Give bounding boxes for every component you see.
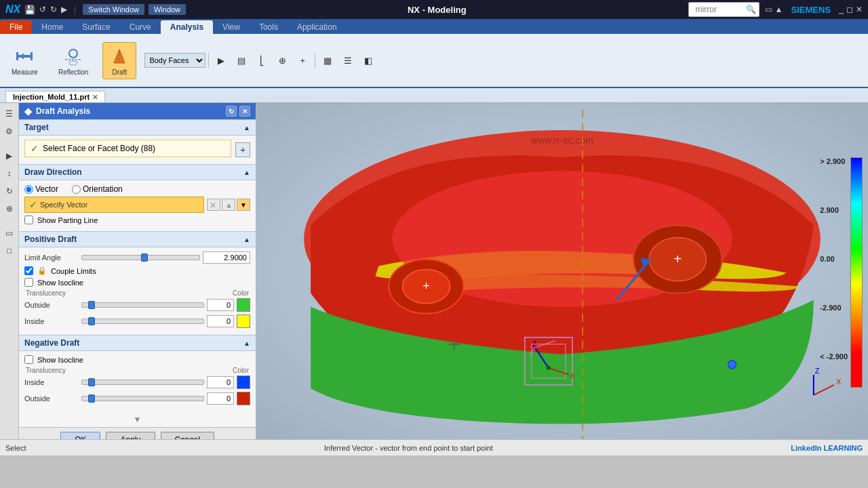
dialog-footer: OK Apply Cancel xyxy=(19,427,256,439)
sidebar-pan-btn[interactable]: ↕ xyxy=(1,165,18,182)
scroll-down-btn[interactable]: ▼ xyxy=(19,412,256,427)
toolbar-cursor-btn[interactable]: ▶ xyxy=(212,51,231,70)
title-bar-right: 🔍 ▭ ▲ SIEMENS ⎯ ◻ ✕ xyxy=(688,2,863,17)
outside-neg-color[interactable] xyxy=(237,392,250,405)
inside-neg-slider[interactable] xyxy=(81,380,204,385)
orientation-radio[interactable] xyxy=(72,185,81,194)
show-isocline-neg-checkbox[interactable] xyxy=(24,355,33,364)
tab-application[interactable]: Application xyxy=(288,20,347,34)
scale-v2: 2.900 xyxy=(820,206,848,214)
vector-radio[interactable] xyxy=(24,185,33,194)
min-btn[interactable]: ⎯ xyxy=(839,5,844,14)
specify-check-icon: ✓ xyxy=(29,199,37,210)
dialog-title-text: Draft Analysis xyxy=(36,106,90,116)
tab-home[interactable]: Home xyxy=(32,20,73,34)
sidebar-select-btn[interactable]: ▶ xyxy=(1,148,18,164)
nx-logo: NX xyxy=(5,3,20,16)
tab-tools[interactable]: Tools xyxy=(250,20,288,34)
negative-draft-label: Negative Draft xyxy=(24,338,79,348)
vector-icon-2[interactable]: ▵ xyxy=(222,199,235,211)
outside-pos-color[interactable] xyxy=(237,298,250,312)
show-isocline-neg-row: Show Isocline xyxy=(24,355,250,364)
search-icon[interactable]: 🔍 xyxy=(746,5,756,14)
dialog-close-btn[interactable]: ✕ xyxy=(239,106,250,117)
tab-curve[interactable]: Curve xyxy=(120,20,161,34)
limit-angle-input[interactable] xyxy=(203,251,250,264)
ribbon-measure-btn[interactable]: Measure xyxy=(5,42,44,79)
measure-icon xyxy=(14,45,35,67)
toolbar-grid-btn[interactable]: ▦ xyxy=(318,51,337,70)
toolbar-snap-btn[interactable]: ▤ xyxy=(232,51,251,70)
toolbar-plus-btn[interactable]: + xyxy=(293,51,312,70)
tab-surface[interactable]: Surface xyxy=(73,20,119,34)
tab-analysis[interactable]: Analysis xyxy=(161,20,213,34)
toolbar-sep-2 xyxy=(315,53,315,68)
color-label-pos: Color xyxy=(233,289,249,297)
toolbar-measure-small-btn[interactable]: ⎣ xyxy=(252,51,271,70)
outside-pos-slider[interactable] xyxy=(81,302,204,308)
search-input[interactable] xyxy=(692,3,746,16)
positive-draft-header[interactable]: Positive Draft ▲ xyxy=(19,231,256,247)
ribbon-draft-btn[interactable]: Draft xyxy=(102,42,136,79)
close-btn[interactable]: ✕ xyxy=(856,5,863,14)
search-input-wrapper[interactable]: 🔍 xyxy=(688,2,760,17)
cancel-button[interactable]: Cancel xyxy=(161,432,214,439)
viewport[interactable]: + + Z X xyxy=(256,103,868,439)
dialog-reset-btn[interactable]: ↻ xyxy=(226,106,237,117)
toolbar-undo[interactable]: 💾 xyxy=(24,5,35,15)
bottom-bar: Select Inferred Vector - vector from end… xyxy=(0,439,868,455)
toolbar-back[interactable]: ↺ xyxy=(39,5,46,14)
toolbar-view3-btn[interactable]: ◧ xyxy=(359,51,378,70)
limit-angle-slider[interactable] xyxy=(81,255,200,260)
sidebar-zoom-btn[interactable]: ⊕ xyxy=(1,201,18,217)
body-select[interactable]: Body Faces xyxy=(144,53,205,68)
ribbon-reflection-btn[interactable]: Reflection xyxy=(52,42,94,79)
sidebar-rotate-btn[interactable]: ↻ xyxy=(1,183,18,199)
vector-radio-label[interactable]: Vector xyxy=(24,184,58,194)
sidebar-menu-btn[interactable]: ☰ xyxy=(1,106,18,122)
outside-neg-slider[interactable] xyxy=(81,396,204,401)
specify-vector-btn[interactable]: ✓ Specify Vector xyxy=(24,197,204,213)
outside-neg-input[interactable] xyxy=(207,392,234,405)
inside-neg-label: Inside xyxy=(24,378,79,386)
vector-icon-1[interactable]: ⛌ xyxy=(207,199,220,211)
vector-icon-3[interactable]: ▼ xyxy=(237,199,250,211)
inside-neg-input[interactable] xyxy=(207,376,234,388)
sidebar-scene-btn[interactable]: □ xyxy=(1,243,18,259)
add-target-btn[interactable]: + xyxy=(235,142,250,157)
inside-pos-color[interactable] xyxy=(237,314,250,328)
outside-pos-input[interactable] xyxy=(207,299,234,311)
toolbar-forward[interactable]: ↻ xyxy=(50,5,57,14)
show-isocline-pos-row: Show Isocline xyxy=(24,278,250,287)
tab-file[interactable]: File xyxy=(0,20,32,34)
inside-pos-input[interactable] xyxy=(207,315,234,327)
inside-neg-color[interactable] xyxy=(237,375,250,389)
restore-btn[interactable]: ◻ xyxy=(846,5,853,14)
file-tab-close[interactable]: ✕ xyxy=(92,94,98,101)
window-btn[interactable]: Window xyxy=(149,4,186,15)
show-isocline-pos-checkbox[interactable] xyxy=(24,278,33,287)
toolbar-extras[interactable]: ▶ xyxy=(61,5,67,14)
toolbar-layers-btn[interactable]: ☰ xyxy=(338,51,357,70)
couple-limits-checkbox[interactable] xyxy=(24,266,33,275)
svg-point-30 xyxy=(547,366,551,370)
ok-button[interactable]: OK xyxy=(60,432,100,439)
orientation-radio-label[interactable]: Orientation xyxy=(72,184,123,194)
tab-view[interactable]: View xyxy=(213,20,250,34)
switch-window-btn[interactable]: Switch Window xyxy=(83,4,144,15)
inside-pos-slider[interactable] xyxy=(81,319,204,324)
scale-zero: 0.00 xyxy=(820,255,848,263)
fullscreen-icon[interactable]: ▭ xyxy=(765,5,772,14)
target-section-header[interactable]: Target ▲ xyxy=(19,119,256,136)
file-tab[interactable]: Injection_Mold_11.prt ✕ xyxy=(5,91,105,102)
target-select-row: ✓ Select Face or Facet Body (88) xyxy=(24,140,231,157)
show-parting-checkbox[interactable] xyxy=(24,216,33,224)
negative-draft-header[interactable]: Negative Draft ▲ xyxy=(19,335,256,351)
apply-button[interactable]: Apply xyxy=(106,432,155,439)
dialog-icon: ◆ xyxy=(24,106,32,117)
expand-icon[interactable]: ▲ xyxy=(775,5,783,14)
toolbar-crosshair-btn[interactable]: ⊕ xyxy=(273,51,292,70)
draw-direction-header[interactable]: Draw Direction ▲ xyxy=(19,164,256,180)
sidebar-layers-btn[interactable]: ▭ xyxy=(1,225,18,241)
sidebar-settings-btn[interactable]: ⚙ xyxy=(1,123,18,140)
